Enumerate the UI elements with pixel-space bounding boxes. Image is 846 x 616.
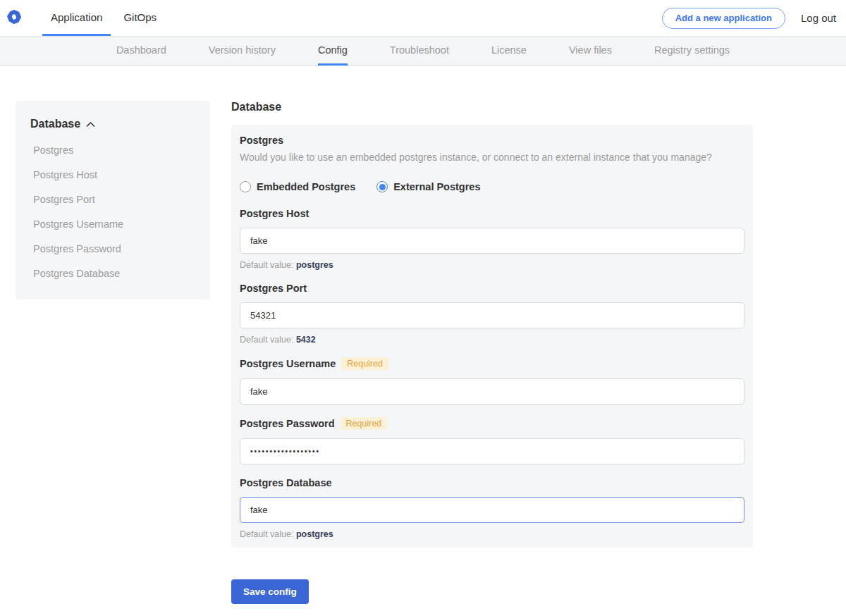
- field-label: Postgres Host: [240, 208, 744, 219]
- config-main: Database Postgres Would you like to use …: [231, 101, 753, 616]
- config-sidebar: Database Postgres Postgres Host Postgres…: [16, 101, 210, 300]
- default-value: postgres: [296, 529, 333, 539]
- top-tabs: Application GitOps: [40, 0, 167, 36]
- chevron-up-icon: [86, 121, 95, 128]
- subnav-tab-dashboard[interactable]: Dashboard: [116, 37, 166, 66]
- field-label: Postgres Port: [240, 283, 744, 294]
- default-value-hint: Default value: postgres: [240, 529, 744, 539]
- required-badge: Required: [341, 417, 388, 430]
- default-label: Default value:: [240, 529, 293, 539]
- postgres-group: Postgres Would you like to use an embedd…: [240, 135, 744, 192]
- page: Application GitOps Add a new application…: [0, 0, 846, 616]
- radio-embedded-postgres[interactable]: Embedded Postgres: [240, 181, 355, 192]
- default-label: Default value:: [240, 260, 293, 270]
- top-right-actions: Add a new application Log out: [662, 0, 846, 36]
- sidebar-item-postgres-host[interactable]: Postgres Host: [16, 162, 210, 187]
- default-value: postgres: [296, 260, 333, 270]
- radio-external-postgres[interactable]: External Postgres: [376, 181, 480, 192]
- postgres-port-input[interactable]: [240, 302, 744, 328]
- default-label: Default value:: [240, 335, 293, 345]
- postgres-radio-group: Embedded Postgres External Postgres: [240, 181, 744, 192]
- subnav-tab-config[interactable]: Config: [318, 37, 348, 66]
- tab-application-label: Application: [51, 11, 102, 23]
- sidebar-item-postgres-password[interactable]: Postgres Password: [16, 236, 210, 261]
- field-postgres-port: Postgres Port Default value: 5432: [240, 283, 744, 345]
- subnav-tab-registry-settings[interactable]: Registry settings: [654, 37, 730, 66]
- default-value-hint: Default value: 5432: [240, 335, 744, 345]
- required-badge: Required: [341, 357, 388, 370]
- subnav-tab-version-history[interactable]: Version history: [209, 37, 276, 66]
- postgres-group-label: Postgres: [240, 135, 744, 146]
- logout-link[interactable]: Log out: [801, 12, 836, 24]
- field-label: Postgres Database: [240, 477, 744, 488]
- subnav-tab-view-files[interactable]: View files: [569, 37, 612, 66]
- save-config-button[interactable]: Save config: [231, 579, 309, 604]
- radio-selected-icon[interactable]: [376, 181, 388, 192]
- radio-external-label: External Postgres: [393, 181, 480, 192]
- sidebar-item-postgres-username[interactable]: Postgres Username: [16, 211, 210, 236]
- add-application-button[interactable]: Add a new application: [662, 8, 785, 29]
- field-postgres-database: Postgres Database Default value: postgre…: [240, 477, 744, 539]
- postgres-database-input[interactable]: [240, 497, 744, 523]
- section-title: Database: [231, 101, 753, 113]
- app-logo[interactable]: [0, 0, 40, 36]
- field-label-text: Postgres Password: [240, 418, 335, 429]
- field-label-text: Postgres Host: [240, 208, 309, 219]
- sidebar-item-list: Postgres Postgres Host Postgres Port Pos…: [16, 137, 210, 285]
- field-postgres-host: Postgres Host Default value: postgres: [240, 208, 744, 270]
- sidebar-item-postgres[interactable]: Postgres: [16, 137, 210, 162]
- postgres-username-input[interactable]: [240, 378, 744, 405]
- tab-gitops-label: GitOps: [123, 11, 157, 23]
- default-value-hint: Default value: postgres: [240, 260, 744, 270]
- sidebar-group-database[interactable]: Database: [16, 118, 210, 130]
- sidebar-item-postgres-port[interactable]: Postgres Port: [16, 187, 210, 211]
- radio-embedded-label: Embedded Postgres: [257, 181, 355, 192]
- field-label-text: Postgres Username: [240, 358, 336, 369]
- field-label-text: Postgres Port: [240, 283, 307, 294]
- sidebar-item-postgres-database[interactable]: Postgres Database: [16, 261, 210, 285]
- field-postgres-username: Postgres Username Required: [240, 357, 744, 405]
- field-postgres-password: Postgres Password Required: [240, 417, 744, 464]
- field-label: Postgres Username Required: [240, 357, 744, 370]
- tab-application[interactable]: Application: [42, 0, 111, 36]
- sidebar-group-label: Database: [30, 118, 80, 130]
- field-label-text: Postgres Database: [240, 477, 332, 488]
- postgres-password-input[interactable]: [240, 438, 744, 464]
- config-group-panel: Postgres Would you like to use an embedd…: [231, 125, 753, 548]
- kots-logo-icon: [7, 10, 21, 27]
- postgres-group-help: Would you like to use an embedded postgr…: [240, 152, 744, 163]
- content-area: Database Postgres Postgres Host Postgres…: [0, 66, 846, 616]
- default-value: 5432: [296, 335, 316, 345]
- tab-gitops[interactable]: GitOps: [115, 0, 165, 36]
- postgres-host-input[interactable]: [240, 228, 744, 254]
- field-label: Postgres Password Required: [240, 417, 744, 430]
- radio-unselected-icon[interactable]: [240, 181, 251, 192]
- subnav-tab-troubleshoot[interactable]: Troubleshoot: [390, 37, 449, 66]
- top-nav: Application GitOps Add a new application…: [0, 0, 846, 36]
- app-subnav: Dashboard Version history Config Trouble…: [0, 36, 846, 66]
- subnav-tab-license[interactable]: License: [491, 37, 527, 66]
